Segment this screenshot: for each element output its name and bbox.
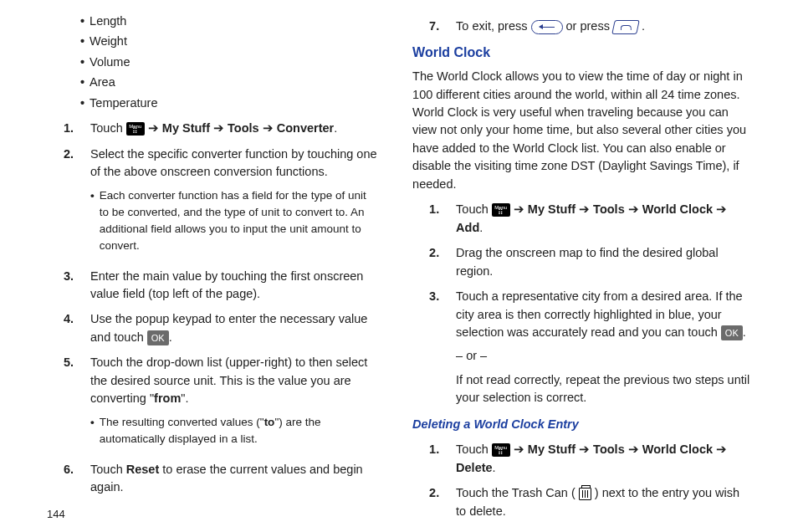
path-part: Tools [228, 121, 259, 135]
step-text: Touch [90, 121, 126, 135]
del-step-1: 1. Touch Menu⠿ ➔ My Stuff ➔ Tools ➔ Worl… [429, 441, 751, 477]
arrow-icon: ➔ [514, 442, 524, 456]
sub-text: Each converter function has a field for … [100, 187, 377, 254]
path-part: World Clock [642, 442, 713, 456]
step-text: or press [566, 19, 613, 33]
menu-icon: Menu⠿ [492, 203, 510, 217]
bullet-dot: • [90, 414, 95, 448]
step-number: 6. [64, 461, 79, 497]
arrow-icon: ➔ [213, 121, 224, 135]
menu-icon: Menu⠿ [492, 443, 510, 457]
bold-word: Reset [126, 463, 160, 476]
step-text: . [169, 330, 172, 344]
arrow-icon: ➔ [148, 121, 159, 135]
arrow-icon: ➔ [514, 202, 524, 216]
list-item: •Volume [80, 54, 377, 71]
step-number: 3. [64, 268, 79, 304]
list-item: •Temperature [80, 95, 377, 112]
arrow-icon: ➔ [628, 202, 639, 216]
step-content: Touch the Trash Can ( ) next to the entr… [456, 484, 751, 520]
step-content: Touch Menu⠿ ➔ My Stuff ➔ Tools ➔ World C… [456, 201, 751, 237]
list-item: •Length [80, 13, 377, 30]
path-part: Delete [456, 461, 493, 474]
page-number: 144 [47, 508, 65, 520]
list-item: •Area [80, 74, 377, 91]
step-text: ". [181, 391, 188, 405]
or-text: – or – [456, 347, 751, 365]
menu-icon: Menu⠿ [126, 122, 145, 136]
bullet-text: Area [90, 74, 115, 91]
step-content: Touch Menu⠿ ➔ My Stuff ➔ Tools ➔ Convert… [90, 120, 377, 137]
step-7: 7. To exit, press or press . [429, 18, 751, 35]
step-text: Select the specific converter function b… [90, 147, 377, 178]
wc-step-2: 2. Drag the onscreen map to find the des… [429, 244, 751, 280]
step-2: 2. Select the specific converter functio… [64, 146, 377, 260]
end-call-button-icon [611, 20, 640, 34]
ok-badge-icon: OK [147, 330, 169, 345]
step-6: 6. Touch Reset to erase the current valu… [64, 461, 377, 497]
step-number: 3. [429, 288, 444, 407]
sub-bullet: • The resulting converted values ("to") … [90, 414, 377, 448]
bold-word: from [154, 391, 181, 405]
step-number: 4. [64, 310, 79, 346]
bullet-text: Length [90, 13, 126, 30]
bullet-text: Weight [90, 33, 127, 50]
arrow-icon: ➔ [716, 202, 727, 216]
step-text: Drag the onscreen map to find the desire… [456, 246, 719, 277]
ok-badge-icon: OK [721, 325, 743, 340]
bullet-dot: • [90, 187, 95, 254]
back-button-icon [531, 20, 563, 34]
step-number: 2. [429, 244, 444, 280]
trash-icon [579, 488, 591, 500]
bullet-dot: • [80, 54, 84, 71]
step-text: Touch the Trash Can ( [456, 486, 575, 499]
step-number: 7. [429, 18, 444, 35]
step-4: 4. Use the popup keypad to enter the nec… [64, 310, 377, 346]
step-content: Drag the onscreen map to find the desire… [456, 244, 751, 280]
step-text: If not read correctly, repeat the previo… [456, 371, 751, 407]
bullet-dot: • [80, 13, 84, 30]
step-text: Use the popup keypad to enter the necess… [90, 312, 367, 343]
step-number: 5. [64, 354, 79, 453]
wc-step-3: 3. Touch a representative city from a de… [429, 288, 751, 407]
arrow-icon: ➔ [716, 442, 727, 456]
step-text: Touch [456, 202, 492, 216]
step-number: 1. [64, 120, 79, 137]
step-number: 2. [429, 484, 444, 520]
path-part: Tools [593, 202, 625, 216]
step-number: 1. [429, 441, 444, 477]
step-content: To exit, press or press . [456, 18, 751, 35]
step-content: Touch Reset to erase the current values … [90, 461, 377, 497]
arrow-icon: ➔ [263, 121, 274, 135]
step-5: 5. Touch the drop-down list (upper-right… [64, 354, 377, 453]
step-text: Touch a representative city from a desir… [456, 289, 743, 339]
path-part: World Clock [642, 202, 713, 216]
step-text: . [642, 19, 645, 33]
step-content: Touch a representative city from a desir… [456, 288, 751, 407]
bullet-text: Volume [90, 54, 130, 71]
step-content: Select the specific converter function b… [90, 146, 377, 260]
bullet-dot: • [80, 33, 84, 50]
step-text: Touch [90, 463, 126, 476]
del-step-2: 2. Touch the Trash Can ( ) next to the e… [429, 484, 751, 520]
path-part: My Stuff [528, 442, 575, 456]
arrow-icon: ➔ [579, 202, 590, 216]
arrow-icon: ➔ [628, 442, 639, 456]
path-part: My Stuff [528, 202, 575, 216]
right-column: 7. To exit, press or press . World Clock… [412, 10, 751, 528]
bullet-dot: • [80, 74, 84, 91]
bullet-dot: • [80, 95, 84, 112]
path-part: Add [456, 221, 479, 234]
step-number: 1. [429, 201, 444, 237]
step-text: Touch [456, 442, 492, 456]
step-text: To exit, press [456, 19, 530, 33]
wc-step-1: 1. Touch Menu⠿ ➔ My Stuff ➔ Tools ➔ Worl… [429, 201, 751, 237]
step-content: Touch the drop-down list (upper-right) t… [90, 354, 377, 453]
unit-bullet-list: •Length •Weight •Volume •Area •Temperatu… [47, 13, 377, 112]
world-clock-heading: World Clock [412, 43, 751, 63]
bullet-text: Temperature [90, 95, 157, 112]
step-content: Touch Menu⠿ ➔ My Stuff ➔ Tools ➔ World C… [456, 441, 751, 477]
arrow-icon: ➔ [579, 442, 590, 456]
step-text: Touch the drop-down list (upper-right) t… [90, 356, 367, 405]
page-columns: •Length •Weight •Volume •Area •Temperatu… [47, 10, 751, 528]
